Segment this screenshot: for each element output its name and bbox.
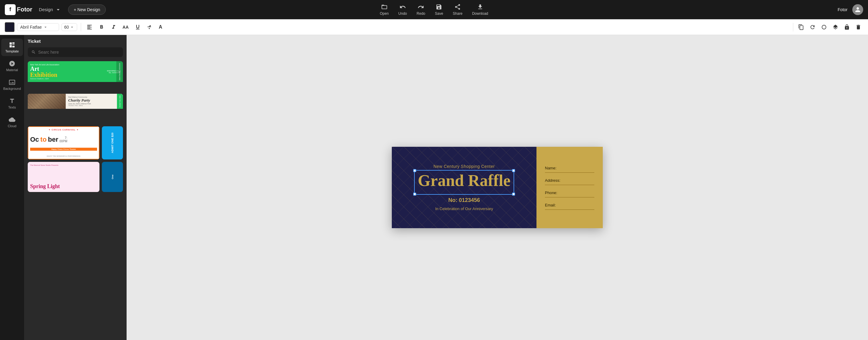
font-dropdown-icon	[43, 25, 48, 30]
align-icon	[87, 24, 93, 30]
canvas-area: New Century Shopping Center Grand Raffle	[127, 35, 868, 340]
ticket-left: New Century Shopping Center Grand Raffle	[392, 147, 536, 228]
font-size-value: 60	[64, 25, 69, 30]
align-button[interactable]	[85, 23, 94, 31]
redo-icon	[418, 4, 424, 10]
toolbar: Abril Fatfae 60 AA A	[0, 19, 868, 35]
left-panel: Ticket New York Art and Life Association…	[24, 35, 127, 340]
italic-icon	[111, 24, 117, 30]
template-icon	[9, 41, 16, 48]
avatar[interactable]	[852, 4, 863, 15]
design-dropdown[interactable]: Design	[36, 4, 64, 15]
toolbar-right	[792, 23, 863, 31]
sidebar-item-background[interactable]: Background	[1, 76, 23, 93]
bold-button[interactable]	[97, 23, 106, 31]
case-button[interactable]: A	[157, 23, 164, 31]
sidebar-item-template[interactable]: Template	[1, 38, 23, 56]
template-blue-stub[interactable]: One	[102, 162, 123, 192]
sidebar-item-material[interactable]: Material	[1, 57, 23, 75]
material-icon	[9, 60, 16, 67]
save-button[interactable]: Save	[435, 4, 443, 16]
main-layout: Template Material Background Texts Cloud…	[0, 35, 868, 340]
svg-point-0	[822, 25, 826, 29]
layers-icon	[832, 24, 838, 30]
ticket-title-wrapper[interactable]: Grand Raffle	[415, 171, 513, 193]
handle-bl[interactable]	[413, 193, 416, 196]
layers-button[interactable]	[831, 23, 840, 31]
logo-icon: f	[5, 4, 16, 15]
open-button[interactable]: Open	[380, 4, 389, 16]
new-design-button[interactable]: + New Design	[68, 4, 106, 15]
template-art-exhibition[interactable]: New York Art and Life Association Art Ex…	[28, 61, 123, 91]
font-size-button[interactable]: AA	[121, 24, 130, 31]
duplicate-button[interactable]	[796, 23, 806, 31]
ticket-canvas: New Century Shopping Center Grand Raffle	[392, 147, 603, 228]
template-spring-light[interactable]: The Musical Stone Studio Presents Spring…	[28, 162, 99, 192]
color-swatch[interactable]	[5, 22, 14, 32]
template-row-spring: The Musical Stone Studio Presents Spring…	[28, 162, 123, 192]
share-button[interactable]: Share	[453, 4, 462, 16]
template-label: Template	[5, 50, 19, 53]
undo-button[interactable]: Undo	[398, 4, 407, 16]
ticket-venue: New Century Shopping Center	[415, 164, 513, 169]
spacing-button[interactable]	[145, 23, 155, 31]
bold-icon	[98, 24, 104, 30]
ticket-left-content: New Century Shopping Center Grand Raffle	[415, 164, 513, 211]
font-selector[interactable]: Abril Fatfae	[17, 23, 59, 31]
ticket-title[interactable]: Grand Raffle	[415, 171, 513, 190]
separator-2	[793, 23, 793, 31]
username: Fotor	[838, 7, 847, 12]
cloud-icon	[9, 116, 16, 123]
share-icon	[454, 4, 461, 10]
lock-button[interactable]	[842, 23, 852, 31]
underline-button[interactable]	[133, 23, 143, 31]
logo: f Fotor	[5, 4, 32, 15]
chevron-down-icon	[55, 6, 61, 13]
search-input[interactable]	[38, 50, 119, 55]
italic-button[interactable]	[109, 23, 119, 31]
redo-button[interactable]: Redo	[416, 4, 425, 16]
template-stub[interactable]: ADMIT ONE $20	[102, 126, 123, 159]
top-nav: f Fotor Design + New Design Open Undo Re…	[0, 0, 868, 19]
undo-icon	[399, 4, 406, 10]
download-button[interactable]: Download	[472, 4, 488, 16]
delete-button[interactable]	[854, 23, 863, 31]
background-label: Background	[3, 87, 21, 90]
templates-grid: New York Art and Life Association Art Ex…	[28, 61, 123, 192]
cloud-label: Cloud	[8, 124, 17, 128]
nav-center-tools: Open Undo Redo Save Share Download	[380, 4, 488, 16]
material-label: Material	[6, 68, 18, 72]
texts-icon	[9, 98, 16, 104]
search-box[interactable]	[28, 47, 123, 57]
nav-right: Fotor	[838, 4, 863, 15]
delete-icon	[855, 24, 861, 30]
font-size-aa: AA	[123, 25, 129, 30]
sidebar-item-cloud[interactable]: Cloud	[1, 113, 23, 131]
font-size-dropdown-icon	[70, 25, 74, 30]
canvas-wrapper: New Century Shopping Center Grand Raffle	[392, 147, 603, 228]
sidebar-item-texts[interactable]: Texts	[1, 95, 23, 112]
ticket-number: No: 0123456	[415, 197, 513, 204]
case-label: A	[159, 24, 162, 30]
font-size-selector[interactable]: 60	[61, 23, 77, 31]
template-row-circus: ✦ CIRCUS CARNIVAL ✦ Oc to ber 7:00PM Hap…	[28, 126, 123, 159]
ticket-field-name: Name:	[545, 165, 594, 173]
spacing-icon	[147, 24, 153, 30]
template-circus[interactable]: ✦ CIRCUS CARNIVAL ✦ Oc to ber 7:00PM Hap…	[28, 126, 99, 159]
circle-icon	[821, 24, 827, 30]
ticket-right: Name: Address: Phone: Email:	[536, 147, 603, 228]
duplicate-icon	[798, 24, 804, 30]
refresh-button[interactable]	[808, 23, 817, 31]
search-icon	[31, 50, 36, 55]
download-icon	[477, 4, 484, 10]
circle-button[interactable]	[819, 23, 829, 31]
open-icon	[381, 4, 388, 10]
design-label: Design	[39, 7, 53, 12]
template-charity-party[interactable]: Red Walnut Community Charity Party June …	[28, 94, 123, 124]
ticket-subtitle: In Celebration of Our Anniversary	[415, 207, 513, 211]
separator-1	[81, 23, 81, 31]
logo-text: Fotor	[17, 6, 32, 13]
underline-icon	[135, 24, 141, 30]
handle-br[interactable]	[512, 193, 515, 196]
font-name: Abril Fatfae	[20, 25, 42, 30]
